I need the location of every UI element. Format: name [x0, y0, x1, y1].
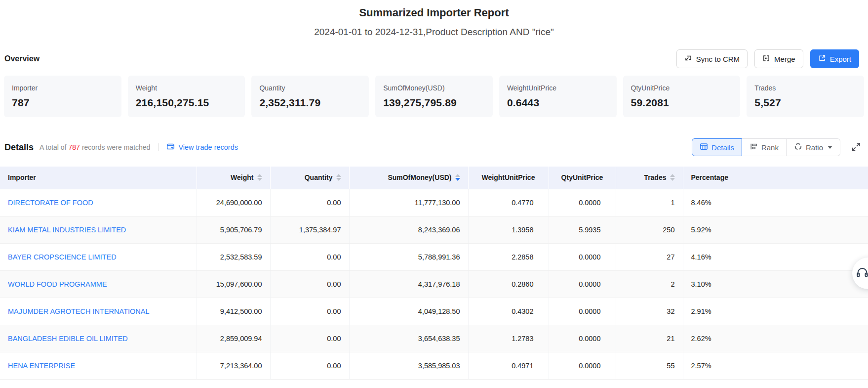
rank-bars-icon	[750, 142, 758, 152]
column-header-label: Quantity	[305, 173, 333, 181]
expand-icon	[851, 142, 861, 153]
column-header-sum[interactable]: SumOfMoney(USD)	[349, 167, 468, 189]
view-mode-details-label: Details	[711, 143, 734, 152]
cell-sum: 8,243,369.06	[349, 216, 468, 243]
cell-sum: 5,788,991.36	[349, 243, 468, 270]
table-row: MAJUMDER AGROTECH INTERNATIONAL9,412,500…	[0, 298, 868, 325]
importers-table: ImporterWeightQuantitySumOfMoney(USD)Wei…	[0, 167, 868, 380]
view-mode-ratio-button[interactable]: Ratio	[787, 138, 840, 156]
headset-icon	[852, 266, 868, 281]
importer-link[interactable]: HENA ENTERPRISE	[8, 362, 75, 370]
details-bar-right: Details Rank Ratio	[692, 138, 861, 156]
column-header-pct: Percentage	[683, 167, 868, 189]
sort-carets-icon[interactable]	[336, 174, 341, 181]
view-mode-switch: Details Rank Ratio	[692, 138, 840, 156]
stat-card-value: 5,527	[754, 96, 856, 109]
column-header-weight[interactable]: Weight	[197, 167, 270, 189]
cell-weight: 2,859,009.94	[197, 325, 270, 352]
importer-link[interactable]: DIRECTORATE OF FOOD	[8, 199, 93, 207]
importer-link[interactable]: MAJUMDER AGROTECH INTERNATIONAL	[8, 307, 150, 315]
stat-card-label: Weight	[136, 84, 237, 92]
report-filter-subtitle: 2024-01-01 to 2024-12-31,Product Descrip…	[0, 26, 868, 38]
cell-pct: 2.62%	[683, 325, 868, 352]
table-row: HENA ENTERPRISE7,213,364.000.003,585,985…	[0, 352, 868, 379]
page-title: Summarized Importer Report	[0, 0, 868, 20]
cell-quantity: 0.00	[270, 243, 349, 270]
sync-to-crm-label: Sync to CRM	[696, 55, 740, 63]
importer-link[interactable]: BAYER CROPSCIENCE LIMITED	[8, 253, 117, 261]
importer-link[interactable]: WORLD FOOD PROGRAMME	[8, 280, 107, 288]
sort-carets-icon[interactable]	[670, 174, 675, 181]
cell-importer: DIRECTORATE OF FOOD	[0, 189, 197, 216]
stat-card-sumofmoney-usd: SumOfMoney(USD)139,275,795.89	[375, 76, 493, 117]
cell-weight: 15,097,600.00	[197, 270, 270, 298]
ratio-donut-icon	[794, 142, 802, 152]
cell-wup: 0.4302	[468, 298, 549, 325]
details-heading: Details	[4, 142, 34, 153]
stat-card-value: 139,275,795.89	[383, 96, 485, 109]
importer-link[interactable]: KIAM METAL INDUSTRIES LIMITED	[8, 226, 126, 234]
cell-quantity: 0.00	[270, 325, 349, 352]
cell-importer: BANGLADESH EDIBLE OIL LIMITED	[0, 325, 197, 352]
cell-importer: KIAM METAL INDUSTRIES LIMITED	[0, 216, 197, 243]
column-header-label: QtyUnitPrice	[561, 173, 603, 181]
cell-weight: 5,905,706.79	[197, 216, 270, 243]
export-icon	[818, 54, 826, 64]
cell-weight: 7,213,364.00	[197, 352, 270, 379]
stat-card-label: SumOfMoney(USD)	[383, 84, 485, 92]
view-mode-rank-button[interactable]: Rank	[742, 138, 787, 156]
cell-importer: HENA ENTERPRISE	[0, 352, 197, 379]
cell-sum: 4,049,128.50	[349, 298, 468, 325]
matched-suffix: records were matched	[82, 143, 151, 151]
cell-importer: BAYER CROPSCIENCE LIMITED	[0, 243, 197, 270]
cell-pct: 8.46%	[683, 189, 868, 216]
fullscreen-button[interactable]	[851, 142, 861, 153]
cell-qup: 0.0000	[549, 243, 616, 270]
cell-qup: 0.0000	[549, 325, 616, 352]
cell-wup: 0.4770	[468, 189, 549, 216]
cell-quantity: 0.00	[270, 298, 349, 325]
cell-wup: 0.4971	[468, 352, 549, 379]
details-bar-left: Details A total of787records were matche…	[4, 142, 238, 153]
view-trade-records-link[interactable]: View trade records	[166, 142, 238, 152]
merge-icon	[762, 54, 770, 64]
merge-button[interactable]: Merge	[754, 49, 803, 68]
cell-quantity: 0.00	[270, 189, 349, 216]
stat-card-value: 0.6443	[507, 96, 609, 109]
view-mode-details-button[interactable]: Details	[692, 138, 742, 156]
sort-carets-icon[interactable]	[455, 174, 460, 181]
cell-sum: 3,654,638.35	[349, 325, 468, 352]
toolbar-actions: Sync to CRM Merge Export	[676, 49, 859, 68]
sort-carets-icon[interactable]	[257, 174, 262, 181]
stat-card-label: Importer	[12, 84, 114, 92]
sort-asc-caret	[455, 174, 460, 177]
matched-records-text: A total of787records were matched	[39, 143, 150, 151]
column-header-importer: Importer	[0, 167, 197, 189]
column-header-trades[interactable]: Trades	[616, 167, 683, 189]
cell-pct: 2.57%	[683, 352, 868, 379]
sort-asc-caret	[336, 174, 341, 177]
table-row: WORLD FOOD PROGRAMME15,097,600.000.004,3…	[0, 270, 868, 298]
sync-to-crm-button[interactable]: Sync to CRM	[676, 49, 748, 68]
table-row: BAYER CROPSCIENCE LIMITED2,532,583.590.0…	[0, 243, 868, 270]
importer-link[interactable]: BANGLADESH EDIBLE OIL LIMITED	[8, 335, 128, 343]
vertical-divider	[158, 143, 158, 151]
cell-qup: 5.9935	[549, 216, 616, 243]
cell-trades: 1	[616, 189, 683, 216]
cell-trades: 55	[616, 352, 683, 379]
column-header-quantity[interactable]: Quantity	[270, 167, 349, 189]
sort-desc-caret	[336, 178, 341, 181]
table-row: BANGLADESH EDIBLE OIL LIMITED2,859,009.9…	[0, 325, 868, 352]
cell-sum: 4,317,976.18	[349, 270, 468, 298]
sync-in-icon	[684, 54, 692, 64]
cell-pct: 2.91%	[683, 298, 868, 325]
export-button[interactable]: Export	[810, 49, 859, 68]
merge-label: Merge	[774, 55, 795, 63]
sort-desc-caret	[670, 178, 675, 181]
stat-card-label: WeightUnitPrice	[507, 84, 609, 92]
stat-card-weight: Weight216,150,275.15	[128, 76, 245, 117]
stat-card-value: 59.2081	[631, 96, 733, 109]
matched-count: 787	[67, 143, 82, 151]
table-row: KIAM METAL INDUSTRIES LIMITED5,905,706.7…	[0, 216, 868, 243]
stat-card-label: Trades	[754, 84, 856, 92]
